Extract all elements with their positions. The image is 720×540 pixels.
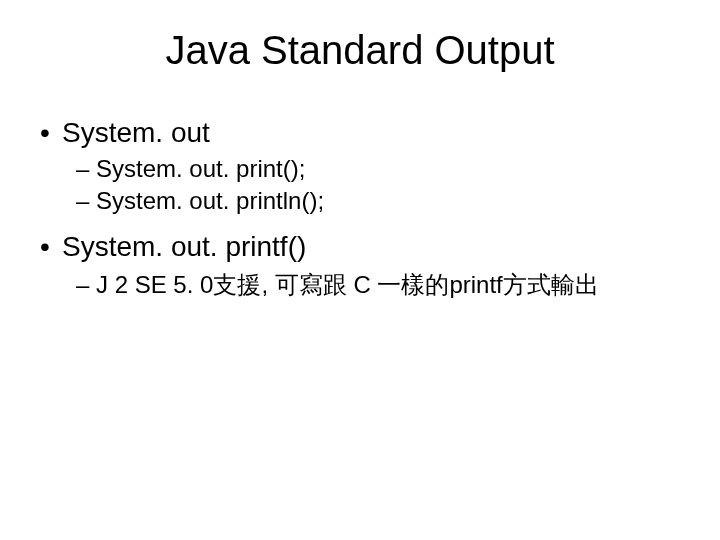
bullet-list: System. out System. out. print(); System… [30,117,690,301]
sub-bullet-text: System. out. println(); [96,187,324,214]
sub-list: J 2 SE 5. 0支援, 可寫跟 C 一樣的printf方式輸出 [40,269,690,301]
sub-bullet-text: System. out. print(); [96,155,305,182]
slide: Java Standard Output System. out System.… [0,0,720,540]
sub-bullet-text: J 2 SE 5. 0支援, 可寫跟 C 一樣的printf方式輸出 [96,271,599,298]
bullet-text: System. out [40,117,210,148]
bullet-text: System. out. printf() [40,231,306,262]
sub-list: System. out. print(); System. out. print… [40,155,690,215]
list-item: System. out System. out. print(); System… [40,117,690,215]
list-item: System. out. println(); [76,187,690,215]
slide-title: Java Standard Output [30,28,690,73]
list-item: System. out. print(); [76,155,690,183]
list-item: System. out. printf() J 2 SE 5. 0支援, 可寫跟… [40,231,690,301]
list-item: J 2 SE 5. 0支援, 可寫跟 C 一樣的printf方式輸出 [76,269,690,301]
